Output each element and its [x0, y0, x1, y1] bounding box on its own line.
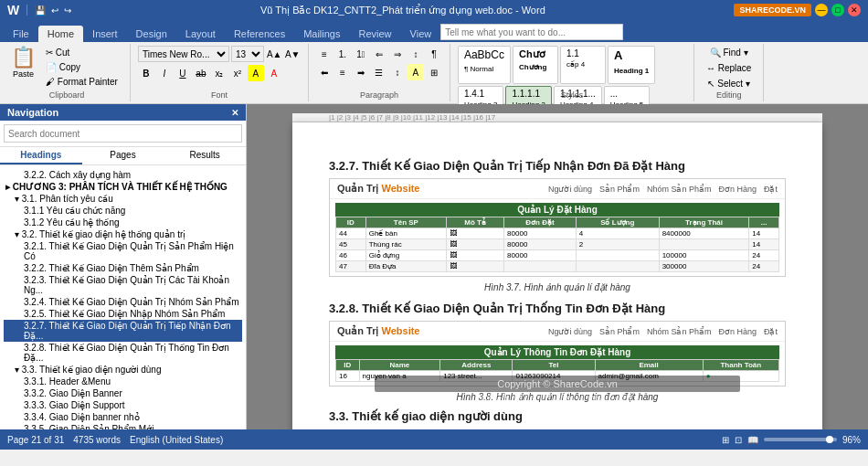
col2-id: ID — [336, 360, 360, 371]
border-button[interactable]: ⊞ — [426, 64, 442, 80]
nav-tab-pages[interactable]: Pages — [82, 147, 164, 164]
view-print-icon[interactable]: ⊞ — [722, 435, 729, 445]
view-web-icon[interactable]: ⊡ — [735, 435, 742, 445]
tab-file[interactable]: File — [4, 26, 38, 42]
align-left-button[interactable]: ⬅ — [316, 64, 333, 80]
nav-item-32[interactable]: ▾ 3.2. Thiết kế giao diện hệ thống quản … — [4, 228, 242, 240]
font-format-row: B I U ab x₂ x² A A — [138, 65, 282, 81]
tab-references[interactable]: References — [225, 26, 294, 42]
nav-item-311[interactable]: 3.1.1 Yêu cầu chức năng — [4, 205, 242, 217]
italic-button[interactable]: I — [156, 65, 173, 81]
ribbon-tabs: File Home Insert Design Layout Reference… — [0, 20, 868, 42]
cut-button[interactable]: ✂ Cut — [41, 46, 122, 59]
superscript-button[interactable]: x² — [229, 65, 246, 81]
document-area[interactable]: |1 |2 |3 |4 |5 |6 |7 |8 |9 |10 |11 |12 |… — [247, 104, 868, 429]
zoom-slider[interactable] — [764, 438, 837, 441]
nav-item-33[interactable]: ▾ 3.3. Thiết kế giao diện người dùng — [4, 364, 242, 376]
status-left: Page 21 of 31 4735 words English (United… — [7, 435, 223, 445]
nav-search-input[interactable] — [4, 124, 242, 143]
nav-item-327[interactable]: 3.2.7. Thiết Kế Giao Diện Quản Trị Tiếp … — [4, 320, 242, 342]
font-name-select[interactable]: Times New Ro... — [138, 46, 229, 62]
nav-item-31[interactable]: ▾ 3.1. Phân tích yêu cầu — [4, 193, 242, 205]
copy-button[interactable]: 📄 Copy — [41, 60, 122, 74]
divider — [26, 5, 27, 16]
nav-item-chuong3[interactable]: ▸ CHƯƠNG 3: PHÂN TÍCH VÀ THIẾT KẾ HỆ THỐ… — [4, 181, 242, 193]
font-size-select[interactable]: 13 — [231, 46, 264, 62]
nav-item-331[interactable]: 3.3.1. Header &Menu — [4, 376, 242, 387]
nav-tab-headings[interactable]: Headings — [0, 147, 82, 164]
nav-collapse-button[interactable]: ✕ — [231, 108, 238, 118]
document-page[interactable]: 3.2.7. Thiết Kế Giao Diện Quản Trị Tiếp … — [292, 122, 822, 429]
minimize-button[interactable]: — — [815, 4, 828, 16]
tab-review[interactable]: Review — [350, 26, 401, 42]
tab-design[interactable]: Design — [127, 26, 176, 42]
tab-layout[interactable]: Layout — [176, 26, 225, 42]
subscript-button[interactable]: x₂ — [211, 65, 228, 81]
line-spacing-button[interactable]: ↕ — [389, 64, 406, 80]
paragraph-label: Paragraph — [360, 90, 398, 100]
nav-item-321[interactable]: 3.2.1. Thiết Kế Giao Diện Quản Trị Sản P… — [4, 240, 242, 262]
paragraph-group: ≡ 1. 1⃣ ⇐ ⇒ ↕ ¶ ⬅ ≡ ➡ ☰ ↕ A ⊞ Paragraph — [309, 44, 450, 101]
tab-home[interactable]: Home — [38, 26, 83, 42]
redo-btn[interactable]: ↪ — [64, 5, 71, 16]
nav-tab-results[interactable]: Results — [164, 147, 246, 164]
tab-insert[interactable]: Insert — [83, 26, 127, 42]
find-button[interactable]: 🔍 Find ▾ — [705, 46, 753, 59]
align-right-button[interactable]: ➡ — [353, 64, 369, 80]
nav-item-312[interactable]: 3.1.2 Yêu cầu hệ thống — [4, 217, 242, 228]
table-row: 44Ghế bàn🖼800004840000014 — [336, 228, 779, 239]
table-row: 45Thùng rác🖼80000214 — [336, 239, 779, 250]
show-marks-button[interactable]: ¶ — [426, 46, 442, 62]
shrink-font-button[interactable]: A▼ — [284, 46, 301, 62]
font-color-button[interactable]: A — [266, 65, 282, 81]
search-bar[interactable] — [440, 24, 864, 42]
nav-item-335[interactable]: 3.3.5. Giao Diện Sản Phẩm Mới — [4, 423, 242, 429]
maximize-button[interactable]: □ — [831, 4, 844, 16]
increase-indent-button[interactable]: ⇒ — [389, 46, 406, 62]
select-button[interactable]: ↖ Select ▾ — [703, 77, 754, 90]
grow-font-button[interactable]: A▲ — [266, 46, 282, 62]
mock-nav-1: Người dùng Sản Phẩm Nhóm Sản Phẩm Đơn Hà… — [548, 185, 778, 194]
search-input[interactable] — [440, 24, 623, 40]
nav-item-322cxdh[interactable]: 3.2.2. Cách xây dựng hàm — [4, 169, 242, 181]
shading-button[interactable]: A — [408, 64, 424, 80]
nav-item-333[interactable]: 3.3.3. Giao Diện Support — [4, 399, 242, 411]
paste-btn[interactable]: 📋 Paste — [11, 46, 36, 89]
styles-group: AaBbCc¶ Normal ChươChương 1.1cấp 4 AHead… — [450, 44, 694, 101]
justify-button[interactable]: ☰ — [371, 64, 387, 80]
nav-item-334[interactable]: 3.3.4. Giao Diện banner nhỏ — [4, 411, 242, 423]
tab-mailings[interactable]: Mailings — [294, 26, 349, 42]
style-normal[interactable]: AaBbCc¶ Normal — [458, 46, 511, 84]
main-area: Navigation ✕ Headings Pages Results 3.2.… — [0, 104, 868, 429]
multilevel-button[interactable]: 1⃣ — [353, 46, 369, 62]
style-heading-1-1[interactable]: 1.1cấp 4 — [560, 46, 606, 84]
style-heading-chuong[interactable]: ChươChương — [513, 46, 558, 84]
ruler: |1 |2 |3 |4 |5 |6 |7 |8 |9 |10 |11 |12 |… — [292, 113, 822, 122]
nav-item-332[interactable]: 3.3.2. Giao Diện Banner — [4, 387, 242, 399]
replace-button[interactable]: ↔ Replace — [702, 61, 756, 75]
nav-item-324[interactable]: 3.2.4. Thiết Kế Giao Diện Quản Trị Nhóm … — [4, 296, 242, 308]
format-painter-button[interactable]: 🖌 Format Painter — [41, 75, 122, 89]
nav-item-325[interactable]: 3.2.5. Thiết Kế Giao Diện Nhập Nhóm Sản … — [4, 308, 242, 320]
view-read-icon[interactable]: 📖 — [747, 435, 758, 445]
mock-content-1: Quản Lý Đặt Hàng ID Tên SP Mô Tả Đơn Đặt… — [330, 199, 785, 276]
save-qa-btn[interactable]: 💾 — [35, 5, 46, 16]
nav-item-328[interactable]: 3.2.8. Thiết Kế Giao Diện Quản Trị Thống… — [4, 342, 242, 364]
close-button[interactable]: ✕ — [848, 4, 861, 16]
bullets-button[interactable]: ≡ — [316, 46, 333, 62]
tab-view[interactable]: View — [401, 26, 441, 42]
nav-item-322[interactable]: 3.2.2. Thiết Kế Giao Diện Thêm Sản Phẩm — [4, 262, 242, 274]
nav-item-323[interactable]: 3.2.3. Thiết Kế Giao Diện Quản Trị Các T… — [4, 274, 242, 296]
highlight-button[interactable]: A — [248, 65, 264, 81]
strikethrough-button[interactable]: ab — [193, 65, 209, 81]
align-center-button[interactable]: ≡ — [334, 64, 351, 80]
sort-button[interactable]: ↕ — [408, 46, 424, 62]
bold-button[interactable]: B — [138, 65, 154, 81]
undo-btn[interactable]: ↩ — [51, 5, 58, 16]
language: English (United States) — [130, 435, 223, 445]
heading-33: 3.3. Thiết kế giao diện người dùng — [329, 409, 786, 423]
style-heading1[interactable]: AHeading 1 — [608, 46, 655, 84]
decrease-indent-button[interactable]: ⇐ — [371, 46, 387, 62]
underline-button[interactable]: U — [175, 65, 191, 81]
numbering-button[interactable]: 1. — [334, 46, 351, 62]
